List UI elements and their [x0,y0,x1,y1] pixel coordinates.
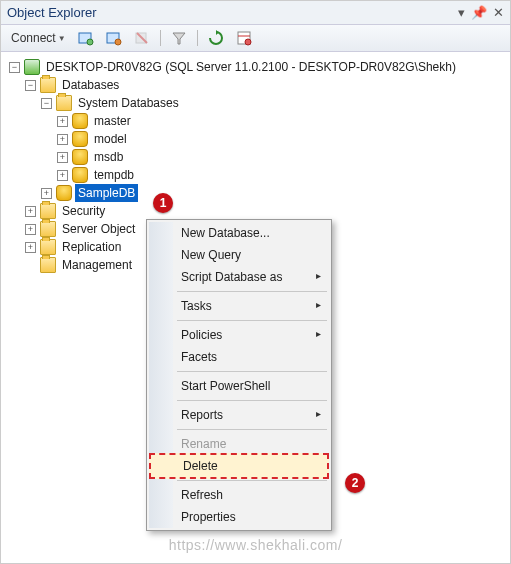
menu-reports[interactable]: Reports [149,404,329,426]
dropdown-icon[interactable]: ▾ [458,5,465,20]
menu-separator [177,480,327,481]
toolbar-disconnect-icon[interactable] [102,28,126,48]
node-label: Security [59,202,108,220]
menu-item-label: Tasks [181,299,212,313]
database-icon [56,185,72,201]
menu-item-label: Reports [181,408,223,422]
menu-script-database[interactable]: Script Database as [149,266,329,288]
toolbar-stop-icon[interactable] [130,28,154,48]
chevron-down-icon: ▼ [58,34,66,43]
menu-facets[interactable]: Facets [149,346,329,368]
database-icon [72,113,88,129]
folder-icon [40,221,56,237]
expand-icon[interactable]: + [25,224,36,235]
expand-icon[interactable]: + [41,188,52,199]
menu-tasks[interactable]: Tasks [149,295,329,317]
menu-delete[interactable]: Delete [149,453,329,479]
menu-item-label: Script Database as [181,270,282,284]
svg-point-10 [245,39,251,45]
menu-rename: Rename [149,433,329,455]
panel-titlebar: Object Explorer ▾ 📌 ✕ [1,1,510,25]
system-db-item[interactable]: + msdb [5,148,506,166]
menu-start-powershell[interactable]: Start PowerShell [149,375,329,397]
db-label: tempdb [91,166,137,184]
menu-separator [177,320,327,321]
menu-new-database[interactable]: New Database... [149,222,329,244]
menu-refresh[interactable]: Refresh [149,484,329,506]
toolbar-refresh-icon[interactable] [204,28,228,48]
expand-icon[interactable]: + [25,242,36,253]
collapse-icon[interactable]: − [25,80,36,91]
callout-number: 1 [160,196,167,210]
menu-separator [177,371,327,372]
context-menu: New Database... New Query Script Databas… [146,219,332,531]
menu-item-label: Refresh [181,488,223,502]
pin-icon[interactable]: 📌 [471,5,487,20]
user-db-item-selected[interactable]: + SampleDB [5,184,506,202]
expand-icon[interactable]: + [57,134,68,145]
menu-item-label: New Database... [181,226,270,240]
callout-badge-1: 1 [153,193,173,213]
expand-icon[interactable]: + [25,206,36,217]
system-db-item[interactable]: + tempdb [5,166,506,184]
connect-label: Connect [11,31,56,45]
folder-icon [40,239,56,255]
menu-item-label: Properties [181,510,236,524]
menu-separator [177,291,327,292]
menu-properties[interactable]: Properties [149,506,329,528]
collapse-icon[interactable]: − [9,62,20,73]
database-icon [72,167,88,183]
folder-open-icon [56,95,72,111]
selected-db-label: SampleDB [75,184,138,202]
expand-icon[interactable]: + [57,152,68,163]
toolbar-filter-icon[interactable] [167,28,191,48]
toolbar-summary-icon[interactable] [232,28,256,48]
server-label: DESKTOP-DR0V82G (SQL Server 11.0.2100 - … [43,58,459,76]
callout-number: 2 [352,476,359,490]
svg-marker-7 [216,30,219,35]
node-label: Management [59,256,135,274]
menu-item-label: Policies [181,328,222,342]
panel-title: Object Explorer [7,5,452,20]
menu-separator [177,400,327,401]
collapse-icon[interactable]: − [41,98,52,109]
node-label: Replication [59,238,124,256]
menu-item-label: New Query [181,248,241,262]
system-db-label: System Databases [75,94,182,112]
svg-marker-6 [173,33,185,44]
toolbar-separator [197,30,198,46]
menu-policies[interactable]: Policies [149,324,329,346]
menu-separator [177,429,327,430]
expand-icon[interactable]: + [57,116,68,127]
system-databases-node[interactable]: − System Databases [5,94,506,112]
menu-item-label: Start PowerShell [181,379,270,393]
folder-icon [40,257,56,273]
server-node[interactable]: − DESKTOP-DR0V82G (SQL Server 11.0.2100 … [5,58,506,76]
close-icon[interactable]: ✕ [493,5,504,20]
connect-button[interactable]: Connect ▼ [7,29,70,47]
no-expand-icon [25,260,36,271]
expand-icon[interactable]: + [57,170,68,181]
watermark-text: https://www.shekhali.com/ [1,537,510,553]
db-label: msdb [91,148,126,166]
db-label: model [91,130,130,148]
folder-icon [40,203,56,219]
svg-point-3 [115,39,121,45]
toolbar: Connect ▼ [1,25,510,52]
system-db-item[interactable]: + model [5,130,506,148]
database-icon [72,149,88,165]
node-label: Server Object [59,220,138,238]
callout-badge-2: 2 [345,473,365,493]
menu-item-label: Delete [183,459,218,473]
menu-item-label: Rename [181,437,226,451]
db-label: master [91,112,134,130]
toolbar-separator [160,30,161,46]
system-db-item[interactable]: + master [5,112,506,130]
databases-label: Databases [59,76,122,94]
server-icon [24,59,40,75]
databases-node[interactable]: − Databases [5,76,506,94]
tree-node[interactable]: + Security [5,202,506,220]
menu-new-query[interactable]: New Query [149,244,329,266]
database-icon [72,131,88,147]
toolbar-connect-icon[interactable] [74,28,98,48]
